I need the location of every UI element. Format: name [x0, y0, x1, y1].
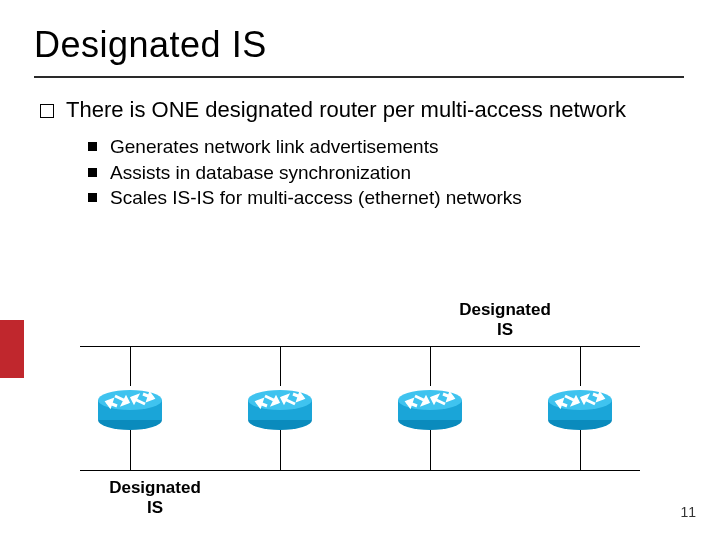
stub [130, 346, 131, 386]
sub-bullet: Generates network link advertisements [88, 134, 680, 160]
svg-point-13 [248, 390, 312, 410]
network-diagram: Designated IS [60, 300, 660, 500]
bus-line-top [80, 346, 640, 347]
stub [580, 430, 581, 470]
stub [280, 430, 281, 470]
slide-title: Designated IS [34, 24, 267, 66]
label-line: IS [147, 498, 163, 517]
router-icon [395, 382, 465, 436]
router-icon [245, 382, 315, 436]
svg-point-24 [398, 390, 462, 410]
svg-marker-10 [148, 394, 153, 400]
sub-bullet-list: Generates network link advertisements As… [88, 134, 680, 211]
svg-marker-19 [257, 400, 262, 406]
designated-is-label-bottom: Designated IS [90, 478, 220, 517]
label-line: Designated [109, 478, 201, 497]
svg-marker-21 [298, 394, 303, 400]
svg-marker-32 [448, 394, 453, 400]
stub [130, 430, 131, 470]
title-underline [34, 76, 684, 78]
stub [280, 346, 281, 386]
sub-bullet: Scales IS-IS for multi-access (ethernet)… [88, 185, 680, 211]
slide: Designated IS There is ONE designated ro… [0, 0, 720, 540]
router-icon [545, 382, 615, 436]
stub [430, 430, 431, 470]
stub [430, 346, 431, 386]
svg-marker-41 [557, 400, 562, 406]
main-bullet: There is ONE designated router per multi… [40, 96, 680, 124]
label-line: IS [497, 320, 513, 339]
designated-is-label-top: Designated IS [440, 300, 570, 339]
svg-point-2 [98, 390, 162, 410]
svg-marker-43 [598, 394, 603, 400]
svg-point-35 [548, 390, 612, 410]
accent-bar [0, 320, 24, 378]
bus-line-bottom [80, 470, 640, 471]
sub-bullet: Assists in database synchronization [88, 160, 680, 186]
page-number: 11 [680, 504, 696, 520]
router-icon [95, 382, 165, 436]
label-line: Designated [459, 300, 551, 319]
svg-marker-30 [407, 400, 412, 406]
stub [580, 346, 581, 386]
slide-body: There is ONE designated router per multi… [40, 96, 680, 211]
svg-marker-8 [107, 400, 112, 406]
